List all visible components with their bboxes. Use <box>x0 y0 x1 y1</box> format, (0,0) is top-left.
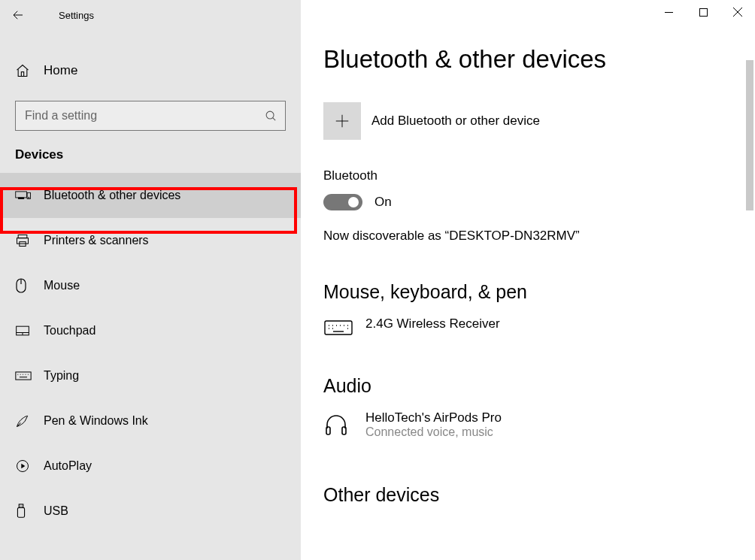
sidebar-item-bluetooth[interactable]: Bluetooth & other devices <box>0 173 301 218</box>
discoverable-text: Now discoverable as “DESKTOP-DN32RMV” <box>323 229 755 244</box>
devices-icon <box>15 189 32 202</box>
sidebar-item-usb[interactable]: USB <box>0 489 301 534</box>
sidebar-item-pen[interactable]: Pen & Windows Ink <box>0 398 301 443</box>
device-name: 2.4G Wireless Receiver <box>365 316 500 331</box>
search-input[interactable] <box>23 108 265 123</box>
keyboard-icon <box>323 318 353 338</box>
svg-rect-9 <box>17 238 29 244</box>
sidebar-item-label: Bluetooth & other devices <box>44 189 180 202</box>
close-button[interactable] <box>720 0 755 24</box>
sidebar-item-label: Typing <box>44 369 79 383</box>
sidebar-item-label: USB <box>44 504 68 518</box>
minimize-button[interactable] <box>651 0 686 24</box>
titlebar: Settings <box>0 0 301 30</box>
device-wireless-receiver[interactable]: 2.4G Wireless Receiver <box>323 316 755 338</box>
svg-rect-48 <box>342 427 346 434</box>
window-controls <box>651 0 755 24</box>
scrollbar-thumb[interactable] <box>746 60 753 210</box>
svg-rect-47 <box>326 427 330 434</box>
svg-line-3 <box>273 117 276 120</box>
plus-icon <box>334 113 350 129</box>
printer-icon <box>15 233 30 248</box>
sidebar-item-label: Pen & Windows Ink <box>44 414 148 428</box>
sidebar-item-touchpad[interactable]: Touchpad <box>0 308 301 353</box>
bluetooth-toggle[interactable] <box>323 194 362 210</box>
svg-rect-36 <box>325 321 352 334</box>
content-pane: Bluetooth & other devices Add Bluetooth … <box>301 0 755 560</box>
maximize-button[interactable] <box>686 0 720 24</box>
device-airpods[interactable]: HelloTech's AirPods Pro Connected voice,… <box>323 410 755 439</box>
bluetooth-heading: Bluetooth <box>323 168 755 183</box>
search-icon <box>265 110 277 123</box>
back-button[interactable] <box>0 0 36 30</box>
svg-rect-29 <box>17 507 24 517</box>
svg-point-2 <box>266 111 274 119</box>
add-tile <box>323 102 361 140</box>
section-mouse-kbd-title: Mouse, keyboard, & pen <box>323 281 755 303</box>
sidebar-item-typing[interactable]: Typing <box>0 353 301 398</box>
home-label: Home <box>44 63 77 78</box>
svg-marker-25 <box>21 464 25 469</box>
svg-rect-4 <box>16 192 27 198</box>
autoplay-icon <box>15 459 30 474</box>
device-status: Connected voice, music <box>365 425 502 439</box>
section-other-title: Other devices <box>323 484 755 506</box>
search-box[interactable] <box>15 101 286 131</box>
bluetooth-toggle-state: On <box>374 195 392 210</box>
svg-rect-1 <box>21 72 23 77</box>
sidebar-item-mouse[interactable]: Mouse <box>0 263 301 308</box>
touchpad-icon <box>15 325 30 337</box>
home-icon <box>15 63 30 78</box>
keyboard-icon <box>15 371 32 381</box>
sidebar-item-autoplay[interactable]: AutoPlay <box>0 443 301 489</box>
sidebar-item-label: AutoPlay <box>44 459 92 473</box>
sidebar-item-label: Mouse <box>44 279 80 292</box>
sidebar-item-printers[interactable]: Printers & scanners <box>0 218 301 263</box>
arrow-left-icon <box>11 8 25 22</box>
svg-point-7 <box>29 197 29 198</box>
device-name: HelloTech's AirPods Pro <box>365 410 502 425</box>
sidebar: Settings Home Devices Bluetooth & <box>0 0 301 560</box>
usb-icon <box>15 503 27 519</box>
add-device-label: Add Bluetooth or other device <box>371 114 540 129</box>
close-icon <box>733 8 742 17</box>
svg-rect-8 <box>18 235 27 238</box>
section-audio-title: Audio <box>323 375 755 397</box>
home-nav[interactable]: Home <box>0 48 301 93</box>
add-device-button[interactable]: Add Bluetooth or other device <box>323 102 755 140</box>
minimize-icon <box>665 8 673 17</box>
svg-rect-26 <box>19 504 23 508</box>
svg-rect-31 <box>699 8 707 16</box>
mouse-icon <box>15 277 27 294</box>
window-title: Settings <box>59 10 94 21</box>
svg-rect-5 <box>18 198 23 198</box>
sidebar-item-label: Printers & scanners <box>44 234 149 247</box>
maximize-icon <box>699 8 708 17</box>
svg-rect-16 <box>16 372 31 380</box>
page-title: Bluetooth & other devices <box>323 45 755 74</box>
category-label: Devices <box>0 131 301 173</box>
sidebar-item-label: Touchpad <box>44 324 96 338</box>
headphones-icon <box>323 412 349 437</box>
pen-icon <box>15 413 30 428</box>
